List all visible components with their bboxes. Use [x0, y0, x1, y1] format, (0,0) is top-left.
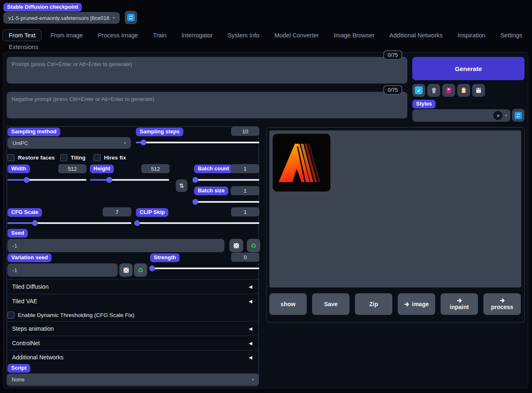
- stable-diffusion-webui: Stable Diffusion checkpoint v1-5-pruned-…: [0, 0, 532, 393]
- gallery-thumbnail[interactable]: [273, 134, 330, 192]
- styles-refresh-button[interactable]: [512, 109, 525, 122]
- clear-prompt-button[interactable]: [427, 84, 440, 97]
- tab-extensions[interactable]: Extensions: [2, 41, 44, 53]
- height-value[interactable]: 512: [141, 164, 170, 173]
- restore-faces-checkbox[interactable]: Restore faces: [7, 154, 55, 161]
- tiling-label: Tiling: [71, 155, 86, 161]
- checkbox-icon[interactable]: [7, 154, 15, 161]
- reuse-seed-button[interactable]: ♻: [247, 239, 260, 252]
- slider-thumb[interactable]: [24, 177, 30, 183]
- random-variation-seed-button[interactable]: [119, 263, 133, 277]
- variation-seed-input[interactable]: [7, 263, 118, 277]
- seed-input[interactable]: [7, 239, 224, 252]
- generate-button[interactable]: Generate: [412, 57, 525, 80]
- collapse-arrow-icon: ◀: [249, 284, 252, 290]
- cfg-scale-value[interactable]: 7: [103, 207, 131, 216]
- main-tab-bar: From Text From Image Process Image Train…: [2, 29, 528, 41]
- sampling-steps-slider[interactable]: [136, 140, 259, 145]
- send-to-image-button[interactable]: image: [398, 293, 435, 315]
- styles-select[interactable]: × ▾: [412, 109, 510, 122]
- checkbox-icon[interactable]: [60, 154, 67, 161]
- reuse-variation-seed-button[interactable]: ♻: [134, 263, 147, 277]
- send-to-image-label: image: [412, 301, 429, 307]
- variation-seed-label: Variation seed: [7, 253, 52, 262]
- tab-train[interactable]: Train: [147, 29, 173, 41]
- extra-networks-button[interactable]: [442, 84, 455, 97]
- save-button[interactable]: Save: [312, 293, 350, 315]
- swap-width-height-button[interactable]: ⇅: [176, 179, 187, 192]
- hires-fix-label: Hires fix: [104, 155, 126, 161]
- sampling-method-select[interactable]: UniPC ▾: [7, 137, 131, 149]
- clip-skip-value[interactable]: 1: [231, 207, 259, 216]
- slider-thumb[interactable]: [134, 220, 140, 226]
- script-select[interactable]: None ▾: [7, 373, 259, 386]
- accordion-tiled-vae[interactable]: Tiled VAE ◀: [7, 294, 259, 308]
- script-label: Script: [7, 364, 30, 373]
- card-icon: [446, 87, 452, 93]
- main-tab-bar-row2: Extensions: [2, 41, 44, 53]
- strength-slider[interactable]: [150, 265, 259, 271]
- accordion-controlnet[interactable]: ControlNet ◀: [7, 336, 259, 350]
- tab-from-text[interactable]: From Text: [2, 29, 42, 41]
- accordion-tiled-diffusion[interactable]: Tiled Diffusion ◀: [7, 279, 259, 294]
- width-slider[interactable]: [7, 177, 86, 183]
- tab-interrogator[interactable]: Interrogator: [175, 29, 219, 41]
- arrow-right-icon: [500, 298, 505, 303]
- tab-image-browser[interactable]: Image Browser: [328, 29, 381, 41]
- collapse-arrow-icon: ◀: [249, 299, 252, 304]
- negative-prompt-input[interactable]: [7, 92, 407, 118]
- accordion-label: Additional Networks: [12, 354, 64, 361]
- strength-value[interactable]: 0: [231, 253, 259, 262]
- batch-size-value[interactable]: 1: [231, 186, 259, 195]
- slider-thumb[interactable]: [192, 199, 198, 205]
- zip-button[interactable]: Zip: [355, 293, 392, 315]
- recycle-icon: ♻: [251, 242, 256, 250]
- accordion-steps-animation[interactable]: Steps animation ◀: [7, 321, 259, 336]
- checkbox-icon[interactable]: [94, 154, 101, 161]
- batch-count-slider[interactable]: [194, 177, 259, 183]
- sampling-method-label: Sampling method: [7, 128, 60, 136]
- clipboard-icon: [461, 87, 467, 93]
- tab-inspiration[interactable]: Inspiration: [451, 29, 492, 41]
- accordion-additional-networks[interactable]: Additional Networks ◀: [7, 350, 259, 364]
- send-to-inpaint-label: inpaint: [450, 304, 469, 310]
- checkpoint-refresh-button[interactable]: [125, 11, 137, 24]
- paste-generation-params-button[interactable]: ↙: [412, 84, 425, 97]
- save-style-button[interactable]: [472, 84, 485, 97]
- accordion-label: ControlNet: [12, 340, 40, 346]
- height-slider[interactable]: [90, 177, 169, 183]
- tab-additional-networks[interactable]: Additional Networks: [383, 29, 449, 41]
- dynamic-thresholding-checkbox[interactable]: Enable Dynamic Thresholding (CFG Scale F…: [7, 312, 134, 319]
- checkpoint-select[interactable]: v1-5-pruned-emaonly.safetensors [6ce016 …: [3, 12, 120, 24]
- slider-thumb[interactable]: [32, 220, 38, 226]
- slider-thumb[interactable]: [106, 177, 112, 183]
- tab-system-info[interactable]: System Info: [222, 29, 266, 41]
- clip-skip-slider[interactable]: [136, 220, 259, 226]
- show-button[interactable]: show: [269, 293, 307, 315]
- slider-thumb[interactable]: [140, 140, 146, 145]
- tab-from-image[interactable]: From Image: [44, 29, 89, 41]
- sampling-steps-value[interactable]: 10: [231, 127, 259, 136]
- send-to-inpaint-button[interactable]: inpaint: [441, 293, 478, 315]
- width-value[interactable]: 512: [58, 164, 86, 173]
- checkbox-icon[interactable]: [7, 312, 15, 319]
- slider-thumb[interactable]: [192, 177, 198, 183]
- tab-process-image[interactable]: Process Image: [91, 29, 144, 41]
- hires-fix-checkbox[interactable]: Hires fix: [94, 154, 126, 161]
- random-seed-button[interactable]: [229, 239, 243, 252]
- slider-track: [136, 142, 259, 143]
- cfg-scale-slider[interactable]: [7, 220, 131, 226]
- clip-skip-label: CLIP Skip: [136, 208, 168, 217]
- tab-model-converter[interactable]: Model Converter: [268, 29, 325, 41]
- prompt-input[interactable]: [7, 57, 407, 84]
- batch-size-slider[interactable]: [194, 199, 259, 205]
- apply-styles-button[interactable]: [457, 84, 470, 97]
- checkpoint-label: Stable Diffusion checkpoint: [3, 3, 82, 12]
- tiling-checkbox[interactable]: Tiling: [60, 154, 86, 161]
- batch-count-value[interactable]: 1: [231, 164, 259, 173]
- clear-styles-icon[interactable]: ×: [493, 111, 502, 120]
- slider-thumb[interactable]: [149, 265, 155, 271]
- tab-settings[interactable]: Settings: [494, 29, 528, 41]
- collapse-arrow-icon: ◀: [249, 341, 252, 346]
- send-to-process-button[interactable]: process: [483, 293, 521, 315]
